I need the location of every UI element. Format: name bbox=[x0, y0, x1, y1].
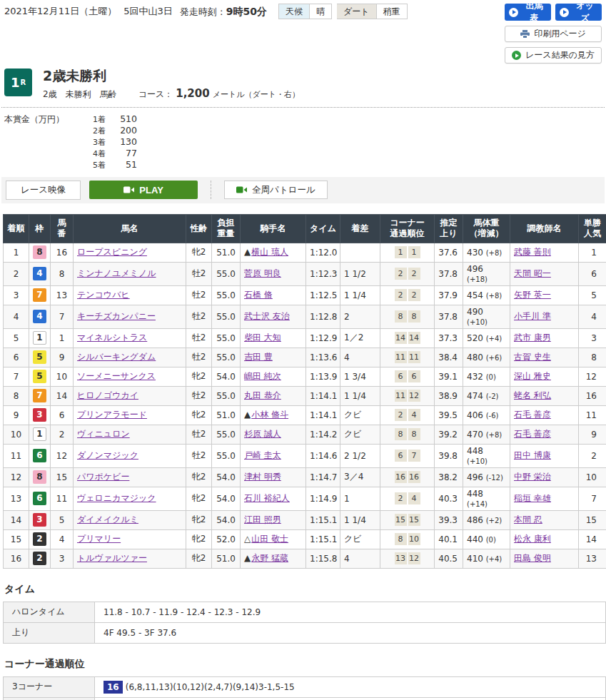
frame-number-badge: 4 bbox=[33, 267, 46, 280]
trainer-cell: 稲垣 幸雄 bbox=[510, 487, 579, 510]
prize-rank: 3着 bbox=[93, 137, 106, 148]
finish-time: 1:14.1 bbox=[306, 405, 340, 425]
horse-name-link[interactable]: ソーメニーサンクス bbox=[77, 371, 156, 381]
finish-time: 1:14.1 bbox=[306, 386, 340, 405]
trainer-name-link[interactable]: 蛯名 利弘 bbox=[514, 390, 551, 400]
result-row: 248ミンナノユメミノル牡255.0菅原 明良1:12.31 1/22237.8… bbox=[4, 262, 606, 285]
results-column-header: 性齢 bbox=[186, 214, 212, 243]
corner-position: 14 bbox=[408, 332, 420, 344]
trainer-name-link[interactable]: 古賀 史生 bbox=[514, 352, 551, 362]
jockey-name-link[interactable]: 柴田 大知 bbox=[244, 333, 281, 343]
jockey-name-link[interactable]: 永野 猛蔵 bbox=[251, 553, 288, 563]
prize-rank: 1着 bbox=[93, 114, 106, 125]
last-3f-time: 39.1 bbox=[435, 367, 463, 386]
trainer-name-link[interactable]: 深山 雅史 bbox=[514, 371, 551, 381]
jockey-name-link[interactable]: 杉原 誠人 bbox=[244, 429, 281, 439]
jockey-name-link[interactable]: 津村 明秀 bbox=[244, 472, 281, 482]
horse-name-link[interactable]: ヒロノゴウカイ bbox=[77, 390, 138, 400]
jockey-name-link[interactable]: 吉田 豊 bbox=[244, 352, 273, 362]
jockey-name-link[interactable]: 石橋 脩 bbox=[244, 290, 273, 300]
race-header: 1R 2歳未勝利 2歳 未勝利 馬齢 コース： 1,200 メートル（ダート・右… bbox=[1, 65, 605, 108]
start-time-label: 発走時刻： bbox=[180, 6, 226, 17]
horse-name-link[interactable]: ロープスピニング bbox=[77, 247, 147, 257]
horse-weight: 480 bbox=[467, 352, 486, 362]
carried-weight: 54.0 bbox=[212, 487, 241, 510]
jockey-name-link[interactable]: 武士沢 友治 bbox=[244, 311, 290, 321]
course-suffix: メートル（ダート・右） bbox=[213, 89, 300, 100]
trainer-name-link[interactable]: 小手川 準 bbox=[514, 311, 551, 321]
horse-name-link[interactable]: キーチズカンパニー bbox=[77, 311, 156, 321]
jockey-name-link[interactable]: 江田 照男 bbox=[244, 514, 281, 524]
jockey-name-link[interactable]: 嶋田 純次 bbox=[244, 371, 281, 381]
jockey-name-link[interactable]: 山田 敬士 bbox=[251, 534, 288, 544]
finish-time: 1:14.9 bbox=[306, 487, 340, 510]
corner-position: 8 bbox=[395, 533, 407, 545]
horse-name-link[interactable]: パワポケビー bbox=[77, 472, 129, 482]
jockey-name-link[interactable]: 小林 脩斗 bbox=[251, 410, 288, 420]
trainer-name-link[interactable]: 田島 俊明 bbox=[514, 553, 551, 563]
margin: 1 1/4 bbox=[340, 386, 380, 405]
jockey-name-link[interactable]: 菅原 明良 bbox=[244, 268, 281, 278]
print-page-button[interactable]: 印刷用ページ bbox=[505, 26, 602, 42]
win-favorite-rank: 9 bbox=[579, 425, 606, 444]
trainer-name-link[interactable]: 松永 康利 bbox=[514, 534, 551, 544]
trainer-name-link[interactable]: 天間 昭一 bbox=[514, 268, 551, 278]
horse-name-link[interactable]: ダノンマジック bbox=[77, 450, 138, 460]
prize-item: 1着510 bbox=[93, 113, 137, 125]
horse-weight-cell: 440 (0) bbox=[463, 529, 510, 549]
corner-position: 11 bbox=[408, 351, 420, 363]
how-to-read-button[interactable]: レース結果の見方 bbox=[505, 47, 602, 64]
time-row-value: 4F 49.5 - 3F 37.6 bbox=[95, 622, 606, 643]
prize-items: 1着5102着2003着1304着775着51 bbox=[74, 113, 137, 171]
horse-name-link[interactable]: ダイメイクルミ bbox=[77, 514, 138, 524]
track-condition-value: 稍重 bbox=[377, 4, 408, 19]
sex-age: 牡2 bbox=[186, 386, 212, 405]
horse-name-cell: パワポケビー bbox=[74, 467, 186, 487]
horse-name-link[interactable]: テンコウバヒ bbox=[77, 290, 130, 300]
trainer-name-link[interactable]: 稲垣 幸雄 bbox=[514, 493, 551, 503]
odds-button[interactable]: オッズ bbox=[555, 4, 602, 21]
last-3f-time: 37.9 bbox=[435, 285, 463, 305]
last-3f-time: 40.1 bbox=[435, 529, 463, 549]
corner-row-label: 3コーナー bbox=[4, 676, 95, 697]
entries-button[interactable]: 出馬表 bbox=[505, 4, 551, 21]
sex-age: 牝2 bbox=[186, 467, 212, 487]
horse-name-link[interactable]: シルバーキングダム bbox=[77, 352, 156, 362]
jockey-name-link[interactable]: 丸田 恭介 bbox=[244, 390, 281, 400]
patrol-video-button[interactable]: 全周パトロール bbox=[224, 181, 328, 199]
margin: クビ bbox=[340, 529, 380, 549]
trainer-name-link[interactable]: 中野 栄治 bbox=[514, 472, 551, 482]
result-row: 1012ヴィニュロン牡255.0杉原 誠人1:14.2クビ8839.2470 (… bbox=[4, 425, 606, 444]
horse-name-link[interactable]: マイネルシトラス bbox=[77, 333, 147, 343]
trainer-name-link[interactable]: 石毛 善彦 bbox=[514, 410, 551, 420]
play-button[interactable]: PLAY bbox=[89, 181, 198, 199]
sex-age: 牝2 bbox=[186, 529, 212, 549]
jockey-name-link[interactable]: 戸崎 圭太 bbox=[244, 450, 281, 460]
horse-weight-diff: (+10) bbox=[467, 457, 488, 465]
trainer-name-link[interactable]: 本間 忍 bbox=[514, 514, 542, 524]
course-distance: 1,200 bbox=[176, 87, 209, 100]
horse-weight-diff: (-6) bbox=[486, 412, 499, 420]
jockey-name-link[interactable]: 石川 裕紀人 bbox=[244, 493, 290, 503]
trainer-name-link[interactable]: 田中 博康 bbox=[514, 450, 551, 460]
trainer-name-link[interactable]: 武市 康男 bbox=[514, 333, 551, 343]
horse-weight-diff: (+8) bbox=[486, 249, 503, 257]
trainer-name-link[interactable]: 武藤 善則 bbox=[514, 247, 551, 257]
trainer-name-link[interactable]: 矢野 英一 bbox=[514, 290, 551, 300]
horse-name-link[interactable]: ヴェロニカマジック bbox=[77, 493, 156, 503]
finish-time: 1:15.8 bbox=[306, 549, 340, 568]
horse-weight-diff: (0) bbox=[486, 373, 496, 381]
horse-name-link[interactable]: トルヴァルツァー bbox=[77, 553, 147, 563]
corner-order-cell: 24 bbox=[380, 487, 435, 510]
result-row: 447キーチズカンパニー牡255.0武士沢 友治1:12.828837.8490… bbox=[4, 305, 606, 328]
results-column-header: 着差 bbox=[340, 214, 380, 243]
horse-name-link[interactable]: プリマリー bbox=[77, 534, 121, 544]
jockey-name-link[interactable]: 横山 琉人 bbox=[251, 247, 288, 257]
trainer-cell: 小手川 準 bbox=[510, 305, 579, 328]
horse-name-link[interactable]: ヴィニュロン bbox=[77, 429, 130, 439]
trainer-name-link[interactable]: 石毛 善彦 bbox=[514, 429, 551, 439]
horse-name-link[interactable]: プリンアラモード bbox=[77, 410, 147, 420]
horse-name-link[interactable]: ミンナノユメミノル bbox=[77, 268, 156, 278]
horse-weight-cell: 454 (+8) bbox=[463, 285, 510, 305]
results-column-header: 調教師名 bbox=[510, 214, 579, 243]
